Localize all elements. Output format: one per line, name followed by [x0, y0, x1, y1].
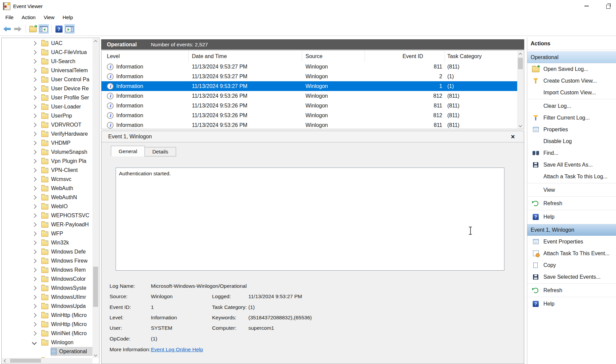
column-header-source[interactable]: Source	[302, 51, 365, 62]
events-vertical-scrollbar[interactable]	[517, 51, 524, 129]
close-detail-pane-button[interactable]: ×	[508, 132, 517, 141]
tree-item-verifyhardware[interactable]: VerifyHardware	[2, 129, 93, 138]
tree-item-webio[interactable]: WebIO	[2, 202, 93, 211]
event-row[interactable]: iInformation11/13/2024 9:53:26 PMWinlogo…	[101, 120, 518, 129]
chevron-right-icon[interactable]	[32, 131, 37, 136]
action-filter-current-log[interactable]: Filter Current Log...	[527, 112, 616, 124]
action-save-selected-events[interactable]: Save Selected Events...	[527, 271, 616, 283]
event-row[interactable]: iInformation11/13/2024 9:53:27 PMWinlogo…	[101, 81, 518, 91]
event-message-box[interactable]: Authentication started.	[116, 168, 504, 271]
tree-item-vpn-client[interactable]: VPN-Client	[2, 166, 93, 175]
export-button[interactable]	[28, 24, 38, 34]
action-help[interactable]: ?Help	[527, 298, 616, 310]
chevron-right-icon[interactable]	[32, 149, 37, 154]
chevron-right-icon[interactable]	[32, 213, 37, 218]
chevron-right-icon[interactable]	[32, 77, 37, 82]
event-row[interactable]: iInformation11/13/2024 9:53:26 PMWinlogo…	[101, 101, 518, 110]
chevron-right-icon[interactable]	[32, 294, 37, 299]
scroll-up-button[interactable]	[92, 38, 99, 44]
tree-item-windows-firew[interactable]: Windows Firew	[2, 256, 93, 265]
tree-item-wephostsvc[interactable]: WEPHOSTSVC	[2, 211, 93, 220]
chevron-right-icon[interactable]	[32, 322, 37, 326]
tree-item-windowscolor[interactable]: WindowsColor	[2, 274, 93, 283]
scroll-thumb[interactable]	[93, 267, 98, 307]
scroll-thumb[interactable]	[518, 58, 523, 69]
scroll-down-button[interactable]	[517, 123, 524, 129]
column-header-date-and-time[interactable]: Date and Time	[189, 51, 302, 62]
actions-section-operational[interactable]: Operational	[527, 51, 616, 63]
action-properties[interactable]: Properties	[527, 124, 616, 135]
action-event-properties[interactable]: Event Properties	[527, 236, 616, 247]
tree-item-user-control-pa[interactable]: User Control Pa	[2, 75, 93, 84]
tree-item-user-profile-ser[interactable]: User Profile Ser	[2, 93, 93, 102]
menu-help[interactable]: Help	[59, 13, 76, 21]
restore-button[interactable]	[601, 0, 616, 12]
action-attach-task-to-this-event[interactable]: Attach Task To This Event...	[527, 247, 616, 259]
chevron-right-icon[interactable]	[32, 231, 37, 236]
tree-item-vhdmp[interactable]: VHDMP	[2, 138, 93, 147]
column-header-event-id[interactable]: Event ID	[365, 51, 445, 62]
tree-item-vdrvroot[interactable]: VDRVROOT	[2, 120, 93, 129]
chevron-right-icon[interactable]	[32, 86, 37, 91]
chevron-right-icon[interactable]	[32, 249, 37, 254]
tree-item-volumesnapsh[interactable]: VolumeSnapsh	[2, 147, 93, 156]
scroll-left-button[interactable]	[2, 358, 8, 363]
event-row[interactable]: iInformation11/13/2024 9:53:27 PMWinlogo…	[101, 72, 518, 81]
chevron-right-icon[interactable]	[32, 285, 37, 290]
chevron-right-icon[interactable]	[32, 59, 37, 63]
scroll-up-button[interactable]	[517, 51, 524, 57]
action-save-all-events-as[interactable]: Save All Events As...	[527, 159, 616, 171]
chevron-right-icon[interactable]	[32, 267, 37, 272]
tree-item-universaltelem[interactable]: UniversalTelem	[2, 66, 93, 75]
scroll-thumb[interactable]	[10, 359, 41, 363]
chevron-right-icon[interactable]	[32, 276, 37, 281]
tree-item-webauth[interactable]: WebAuth	[2, 184, 93, 193]
chevron-right-icon[interactable]	[32, 41, 37, 45]
help-button[interactable]: ?	[54, 24, 64, 34]
chevron-right-icon[interactable]	[32, 331, 37, 335]
chevron-right-icon[interactable]	[32, 122, 37, 127]
action-refresh[interactable]: Refresh	[527, 197, 616, 209]
menu-view[interactable]: View	[40, 13, 58, 21]
show-action-pane-button[interactable]	[65, 24, 75, 34]
tree-item-windows-defe[interactable]: Windows Defe	[2, 247, 93, 256]
tree-item-wer-payloadh[interactable]: WER-PayloadH	[2, 220, 93, 229]
chevron-right-icon[interactable]	[32, 140, 37, 145]
tree-item-windowssyste[interactable]: WindowsSyste	[2, 283, 93, 292]
chevron-right-icon[interactable]	[32, 68, 37, 73]
action-import-custom-view[interactable]: Import Custom View...	[527, 87, 616, 98]
tree-item-wininet-micro[interactable]: WinINet (Micro	[2, 329, 93, 338]
action-refresh[interactable]: Refresh	[527, 284, 616, 296]
column-header-task-category[interactable]: Task Category	[445, 51, 518, 62]
chevron-right-icon[interactable]	[32, 95, 37, 100]
menu-file[interactable]: File	[2, 13, 17, 21]
column-header-level[interactable]: Level	[101, 51, 189, 62]
chevron-right-icon[interactable]	[32, 313, 37, 317]
chevron-down-icon[interactable]	[32, 340, 37, 345]
action-find[interactable]: Find...	[527, 147, 616, 159]
chevron-right-icon[interactable]	[32, 168, 37, 172]
menu-action[interactable]: Action	[18, 13, 39, 21]
show-console-tree-button[interactable]	[39, 24, 49, 34]
tree-item-webauthn[interactable]: WebAuthN	[2, 193, 93, 202]
tree-vertical-scrollbar[interactable]	[92, 38, 99, 358]
chevron-right-icon[interactable]	[32, 304, 37, 308]
action-attach-a-task-to-this-log[interactable]: Attach a Task To this Log...	[527, 171, 616, 182]
action-help[interactable]: ?Help	[527, 211, 616, 223]
tree-item-windowsuiimr[interactable]: WindowsUIImr	[2, 292, 93, 302]
action-clear-log[interactable]: Clear Log...	[527, 100, 616, 112]
forward-button[interactable]	[13, 24, 23, 34]
tree-item-ui-search[interactable]: UI-Search	[2, 57, 93, 66]
tree-horizontal-scrollbar[interactable]	[2, 358, 92, 363]
tree-item-operational[interactable]: Operational	[2, 347, 93, 356]
tree-item-wcmsvc[interactable]: Wcmsvc	[2, 175, 93, 184]
tree-item-userpnp[interactable]: UserPnp	[2, 111, 93, 120]
tab-general[interactable]: General	[111, 146, 145, 156]
chevron-right-icon[interactable]	[32, 258, 37, 263]
action-copy[interactable]: Copy	[527, 259, 616, 271]
chevron-right-icon[interactable]	[32, 158, 37, 163]
back-button[interactable]	[2, 24, 12, 34]
chevron-right-icon[interactable]	[32, 195, 37, 199]
tree-item-windows-rem[interactable]: Windows Rem	[2, 265, 93, 274]
tree-item-windowsupda[interactable]: WindowsUpda	[2, 302, 93, 311]
